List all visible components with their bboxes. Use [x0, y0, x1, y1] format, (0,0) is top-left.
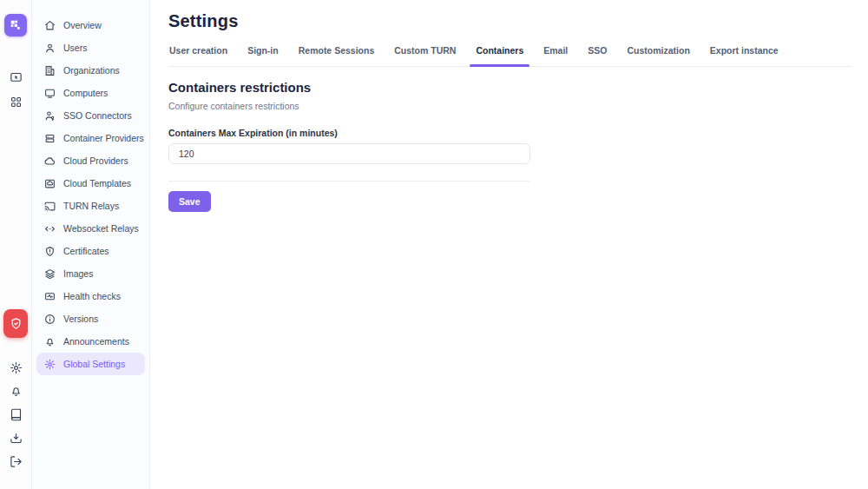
settings-sidebar: Overview Users Organizations Computers S… [32, 0, 150, 489]
sidebar-item-versions[interactable]: Versions [36, 307, 145, 330]
sidebar-item-cloud-providers[interactable]: Cloud Providers [36, 149, 145, 172]
sidebar-item-label: Overview [63, 20, 102, 30]
sidebar-item-computers[interactable]: Computers [36, 82, 145, 104]
notifications-bell-icon[interactable] [10, 385, 23, 398]
sidebar-item-label: Computers [63, 88, 108, 98]
sidebar-item-label: Announcements [63, 336, 129, 347]
sidebar-item-label: Organizations [63, 65, 120, 76]
user-icon [43, 42, 56, 54]
remote-screen-icon[interactable] [10, 71, 23, 84]
containers-max-expiration-input[interactable] [168, 143, 530, 164]
tab-sso[interactable]: SSO [587, 45, 608, 66]
sidebar-item-label: Versions [63, 314, 98, 324]
sidebar-item-turn-relays[interactable]: TURN Relays [36, 195, 145, 217]
sidebar-item-label: Users [63, 43, 87, 53]
sidebar-item-images[interactable]: Images [36, 262, 145, 285]
building-icon [43, 64, 56, 76]
cast-icon [43, 200, 56, 212]
tab-user-creation[interactable]: User creation [168, 45, 228, 66]
info-circle-icon [43, 313, 56, 325]
tab-customization[interactable]: Customization [626, 45, 690, 66]
sidebar-item-users[interactable]: Users [36, 36, 145, 59]
section-title: Containers restrictions [168, 80, 851, 95]
gear-icon [43, 358, 56, 370]
user-key-icon [43, 109, 56, 122]
sidebar-item-label: TURN Relays [63, 201, 119, 211]
tab-custom-turn[interactable]: Custom TURN [393, 45, 457, 66]
shield-icon [43, 245, 56, 257]
sidebar-item-health-checks[interactable]: Health checks [36, 285, 145, 307]
tab-containers[interactable]: Containers [475, 45, 524, 66]
page-title: Settings [168, 11, 851, 31]
apps-grid-icon[interactable] [10, 96, 23, 109]
server-stack-icon [43, 132, 56, 144]
sidebar-item-certificates[interactable]: Certificates [36, 240, 145, 262]
sidebar-item-label: Health checks [63, 291, 121, 301]
sidebar-item-container-providers[interactable]: Container Providers [36, 127, 145, 149]
section-subtitle: Configure containers restrictions [168, 101, 851, 111]
cloud-icon [43, 155, 56, 167]
sidebar-item-websocket-relays[interactable]: Websocket Relays [36, 217, 145, 240]
logout-icon[interactable] [10, 455, 23, 468]
sidebar-item-announcements[interactable]: Announcements [36, 330, 145, 353]
sidebar-item-cloud-templates[interactable]: Cloud Templates [36, 172, 145, 195]
sidebar-item-label: Certificates [63, 246, 109, 256]
sidebar-item-overview[interactable]: Overview [36, 14, 145, 36]
app-logo-icon[interactable] [4, 14, 27, 36]
tab-email[interactable]: Email [542, 45, 569, 66]
save-button[interactable]: Save [168, 191, 211, 212]
code-brackets-icon [43, 222, 56, 235]
containers-max-expiration-label: Containers Max Expiration (in minutes) [168, 128, 851, 138]
sidebar-item-label: Cloud Templates [63, 178, 131, 188]
settings-tabs: User creation Sign-in Remote Sessions Cu… [168, 45, 851, 67]
sidebar-item-label: Cloud Providers [63, 155, 128, 166]
form-divider [168, 181, 530, 182]
sidebar-item-label: SSO Connectors [63, 110, 132, 121]
main-content: Settings User creation Sign-in Remote Se… [150, 0, 868, 489]
tab-remote-sessions[interactable]: Remote Sessions [298, 45, 376, 66]
home-icon [43, 19, 56, 31]
pulse-monitor-icon [43, 290, 56, 302]
sidebar-item-label: Images [63, 268, 93, 279]
tab-export-instance[interactable]: Export instance [709, 45, 779, 66]
sidebar-item-label: Global Settings [63, 359, 125, 369]
import-tray-icon[interactable] [10, 432, 23, 445]
sidebar-item-label: Websocket Relays [63, 223, 139, 234]
settings-gear-icon[interactable] [10, 361, 23, 374]
tab-sign-in[interactable]: Sign-in [247, 45, 279, 66]
icon-rail [0, 0, 32, 489]
sidebar-item-label: Container Providers [63, 133, 144, 143]
sidebar-item-sso-connectors[interactable]: SSO Connectors [36, 104, 145, 127]
monitor-icon [43, 87, 56, 99]
security-alert-button[interactable] [3, 309, 28, 338]
docs-book-icon[interactable] [10, 408, 23, 421]
sidebar-item-organizations[interactable]: Organizations [36, 59, 145, 82]
layers-icon [43, 268, 56, 280]
sidebar-item-global-settings[interactable]: Global Settings [36, 353, 145, 375]
bell-icon [43, 335, 56, 347]
cloud-box-icon [43, 177, 56, 189]
